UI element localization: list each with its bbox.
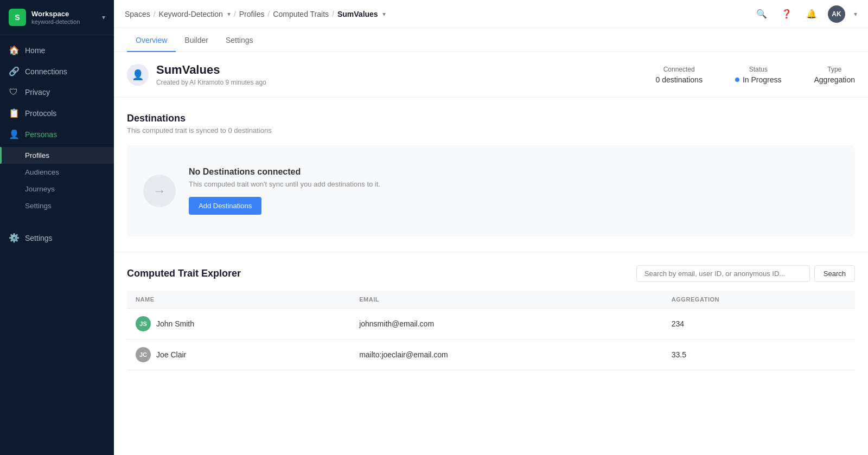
- tab-builder[interactable]: Builder: [176, 28, 217, 52]
- sidebar-item-settings[interactable]: ⚙️ Settings: [0, 227, 114, 248]
- stat-connected-value: 0 destinations: [655, 75, 702, 84]
- help-icon[interactable]: ❓: [778, 5, 795, 23]
- sidebar-item-audiences[interactable]: Audiences: [0, 164, 114, 181]
- destinations-subtitle: This computed trait is synced to 0 desti…: [127, 126, 855, 134]
- status-text: In Progress: [743, 75, 782, 84]
- settings-icon: ⚙️: [9, 233, 18, 243]
- breadcrumb-sumvalues[interactable]: SumValues: [337, 10, 378, 18]
- user-avatar-john-smith: JS: [136, 316, 151, 331]
- breadcrumb: Spaces / Keyword-Detection ▾ / Profiles …: [125, 10, 750, 18]
- home-icon: 🏠: [9, 45, 18, 55]
- breadcrumb-sep-2: /: [234, 10, 236, 18]
- destinations-title: Destinations: [127, 113, 855, 124]
- stat-type-label: Type: [814, 66, 855, 73]
- trait-name: SumValues: [156, 63, 266, 77]
- empty-title: No Destinations connected: [189, 167, 380, 177]
- stat-type: Type Aggregation: [814, 66, 855, 84]
- workspace-dropdown-icon[interactable]: ▾: [102, 14, 105, 21]
- sidebar-item-sub-settings[interactable]: Settings: [0, 197, 114, 214]
- col-name: NAME: [127, 291, 350, 309]
- breadcrumb-spaces[interactable]: Spaces: [125, 10, 150, 18]
- cell-name-john-smith: JS John Smith: [127, 309, 350, 339]
- user-avatar-button[interactable]: AK: [828, 5, 845, 23]
- user-name-joe-clair: Joe Clair: [156, 350, 186, 359]
- destinations-empty-state: → No Destinations connected This compute…: [127, 145, 855, 236]
- col-aggregation: AGGREGATION: [663, 291, 855, 309]
- explorer-header: Computed Trait Explorer Search: [127, 265, 855, 282]
- sidebar-logo-icon: S: [9, 9, 26, 26]
- breadcrumb-keyword-dropdown-icon[interactable]: ▾: [227, 10, 231, 18]
- sidebar-item-home-label: Home: [25, 46, 45, 55]
- sidebar-item-connections[interactable]: 🔗 Connections: [0, 61, 114, 82]
- destinations-section: Destinations This computed trait is sync…: [114, 98, 868, 252]
- sidebar-item-privacy-label: Privacy: [25, 88, 50, 97]
- stat-connected-label: Connected: [655, 66, 702, 73]
- topbar-actions: 🔍 ❓ 🔔 AK ▾: [753, 5, 857, 23]
- breadcrumb-profiles[interactable]: Profiles: [239, 10, 265, 18]
- cell-name-joe-clair: JC Joe Clair: [127, 339, 350, 370]
- sub-settings-label: Settings: [25, 202, 52, 210]
- sidebar-item-settings-label: Settings: [25, 234, 53, 242]
- stat-status-value: In Progress: [735, 75, 782, 84]
- sidebar-nav: 🏠 Home 🔗 Connections 🛡 Privacy 📋 Protoco…: [0, 35, 114, 455]
- sidebar-item-personas-label: Personas: [25, 130, 57, 139]
- sidebar-item-protocols[interactable]: 📋 Protocols: [0, 102, 114, 124]
- user-name-john-smith: John Smith: [156, 319, 194, 328]
- search-group: Search: [636, 265, 855, 282]
- status-dot-icon: [735, 78, 739, 82]
- breadcrumb-sep-1: /: [154, 10, 156, 18]
- explorer-title: Computed Trait Explorer: [127, 268, 241, 279]
- stat-connected: Connected 0 destinations: [655, 66, 702, 84]
- sidebar-item-connections-label: Connections: [25, 67, 67, 76]
- table-row[interactable]: JS John Smith johnsmith@email.com 234: [127, 309, 855, 339]
- protocols-icon: 📋: [9, 108, 18, 118]
- empty-content: No Destinations connected This computed …: [189, 167, 380, 215]
- sidebar-item-privacy[interactable]: 🛡 Privacy: [0, 82, 114, 102]
- trait-title-section: 👤 SumValues Created by AI Kiramoto 9 min…: [127, 63, 655, 86]
- breadcrumb-sep-3: /: [267, 10, 270, 18]
- table-header: NAME EMAIL AGGREGATION: [127, 291, 855, 309]
- trait-info: SumValues Created by AI Kiramoto 9 minut…: [156, 63, 266, 86]
- arrow-right-circle-icon: →: [153, 183, 166, 198]
- profiles-label: Profiles: [25, 151, 49, 159]
- notifications-icon[interactable]: 🔔: [803, 5, 820, 23]
- sidebar-item-personas[interactable]: 👤 Personas: [0, 124, 114, 145]
- trait-avatar-icon: 👤: [127, 64, 149, 86]
- cell-aggregation-john-smith: 234: [663, 309, 855, 339]
- user-avatar-joe-clair: JC: [136, 347, 151, 362]
- workspace-name: Workspace: [31, 10, 97, 18]
- explorer-search-input[interactable]: [636, 265, 810, 282]
- breadcrumb-keyword-detection[interactable]: Keyword-Detection: [159, 10, 223, 18]
- cell-email-john-smith: johnsmith@email.com: [350, 309, 663, 339]
- avatar-dropdown-icon[interactable]: ▾: [854, 10, 857, 18]
- trait-header: 👤 SumValues Created by AI Kiramoto 9 min…: [114, 52, 868, 98]
- workspace-sub: keyword-detection: [31, 18, 97, 25]
- explorer-table: NAME EMAIL AGGREGATION JS John Smith joh…: [127, 291, 855, 370]
- tab-settings[interactable]: Settings: [217, 28, 262, 52]
- connections-icon: 🔗: [9, 66, 18, 76]
- add-destinations-button[interactable]: Add Destinations: [189, 197, 261, 215]
- sidebar-item-profiles[interactable]: Profiles: [0, 147, 114, 164]
- stat-status-label: Status: [735, 66, 782, 73]
- sidebar-item-home[interactable]: 🏠 Home: [0, 40, 114, 61]
- breadcrumb-sumvalues-dropdown-icon[interactable]: ▾: [382, 10, 386, 18]
- table-row[interactable]: JC Joe Clair mailto:joeclair@email.com 3…: [127, 339, 855, 370]
- tab-overview[interactable]: Overview: [127, 28, 176, 52]
- search-topbar-icon[interactable]: 🔍: [753, 5, 770, 23]
- trait-stats: Connected 0 destinations Status In Progr…: [655, 66, 855, 84]
- trait-meta: Created by AI Kiramoto 9 minutes ago: [156, 79, 266, 86]
- personas-sub-nav: Profiles Audiences Journeys Settings: [0, 145, 114, 216]
- sidebar-header[interactable]: S Workspace keyword-detection ▾: [0, 0, 114, 35]
- main-content: Spaces / Keyword-Detection ▾ / Profiles …: [114, 0, 868, 455]
- cell-aggregation-joe-clair: 33.5: [663, 339, 855, 370]
- empty-icon-circle: →: [143, 175, 176, 207]
- stat-status: Status In Progress: [735, 66, 782, 84]
- explorer-search-button[interactable]: Search: [814, 265, 855, 282]
- privacy-icon: 🛡: [9, 87, 18, 97]
- sidebar-item-journeys[interactable]: Journeys: [0, 181, 114, 197]
- personas-icon: 👤: [9, 129, 18, 139]
- breadcrumb-computed-traits[interactable]: Computed Traits: [273, 10, 329, 18]
- explorer-section: Computed Trait Explorer Search NAME EMAI…: [114, 252, 868, 370]
- col-email: EMAIL: [350, 291, 663, 309]
- topbar: Spaces / Keyword-Detection ▾ / Profiles …: [114, 0, 868, 28]
